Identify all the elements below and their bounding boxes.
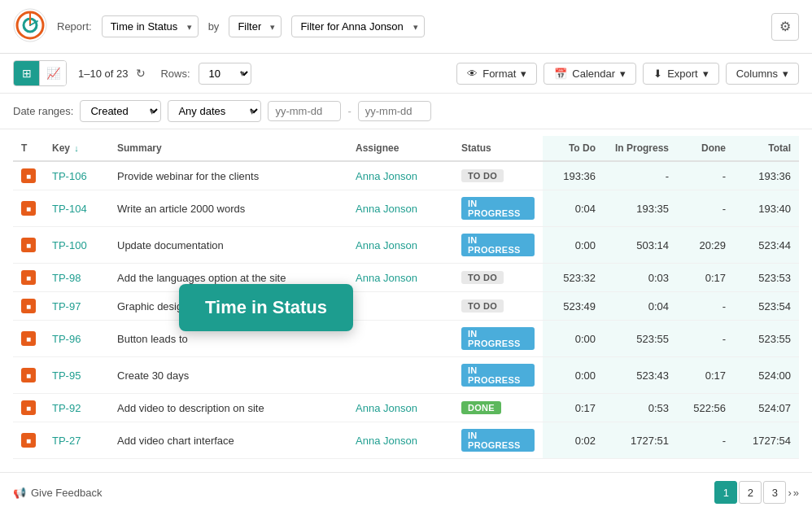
grid-icon: ⊞	[22, 67, 32, 80]
table-header-row: T Key ↓ Summary Assignee Status To Do In…	[13, 136, 799, 161]
issue-key-link[interactable]: TP-92	[52, 402, 81, 414]
row-assignee-cell: Anna Jonson	[347, 190, 453, 227]
issue-key-link[interactable]: TP-104	[52, 203, 87, 215]
format-chevron-icon: ▾	[521, 68, 526, 80]
status-badge: TO DO	[461, 299, 504, 313]
filter-for-select-wrapper[interactable]: Filter for Anna Jonson	[291, 15, 425, 37]
row-summary-cell: Write an article 2000 words	[109, 190, 347, 227]
calendar-button[interactable]: 📅 Calendar ▾	[544, 63, 636, 85]
row-key-cell: TP-96	[44, 321, 109, 357]
row-assignee-cell: Anna Jonson	[347, 264, 453, 292]
issues-table: T Key ↓ Summary Assignee Status To Do In…	[13, 136, 799, 459]
report-select-wrapper[interactable]: Time in Status	[102, 15, 199, 37]
row-type-cell: ■	[13, 264, 44, 292]
table-row: ■ TP-92 Add video to description on site…	[13, 394, 799, 422]
assignee-link[interactable]: Anna Jonson	[356, 203, 417, 215]
report-label: Report:	[57, 20, 92, 33]
assignee-link[interactable]: Anna Jonson	[356, 272, 417, 284]
pagination-info: 1–10 of 23	[78, 68, 128, 80]
download-icon: ⬇	[653, 68, 662, 80]
format-button[interactable]: 👁 Format ▾	[456, 63, 537, 85]
row-assignee-cell: Anna Jonson	[347, 227, 453, 264]
type-icon: ■	[21, 368, 36, 382]
grid-view-button[interactable]: ⊞	[14, 61, 40, 85]
status-badge: IN PROGRESS	[461, 327, 535, 350]
row-done-cell: 0:17	[677, 264, 734, 292]
chart-view-button[interactable]: 📈	[40, 61, 66, 85]
issue-key-link[interactable]: TP-98	[52, 272, 81, 284]
status-badge: IN PROGRESS	[461, 429, 535, 452]
issue-key-link[interactable]: TP-106	[52, 170, 87, 182]
row-todo-cell: 0:00	[543, 321, 604, 357]
row-total-cell: 523:55	[734, 321, 799, 357]
col-header-inprogress: In Progress	[604, 136, 677, 161]
columns-button[interactable]: Columns ▾	[726, 63, 799, 85]
settings-button[interactable]: ⚙	[771, 13, 799, 41]
row-status-cell: IN PROGRESS	[453, 190, 543, 227]
export-chevron-icon: ▾	[703, 68, 709, 80]
export-label: Export	[667, 68, 698, 80]
filter-select-wrapper[interactable]: Filter	[229, 15, 282, 37]
table-row: ■ TP-27 Add video chart interface Anna J…	[13, 422, 799, 459]
page-last-button[interactable]: »	[793, 487, 799, 499]
report-select[interactable]: Time in Status	[102, 15, 199, 37]
assignee-link[interactable]: Anna Jonson	[356, 170, 417, 182]
date-to-input[interactable]	[358, 101, 431, 121]
col-header-total: Total	[734, 136, 799, 161]
date-field-select[interactable]: Created Updated	[80, 100, 161, 122]
status-badge: IN PROGRESS	[461, 197, 535, 220]
row-status-cell: TO DO	[453, 161, 543, 190]
row-type-cell: ■	[13, 394, 44, 422]
rows-select-wrapper[interactable]: 10 5 20 50	[199, 63, 251, 85]
issue-key-link[interactable]: TP-97	[52, 300, 81, 313]
type-icon: ■	[21, 168, 36, 183]
page-2-button[interactable]: 2	[739, 481, 762, 504]
row-total-cell: 193:36	[734, 161, 799, 190]
page-3-button[interactable]: 3	[763, 481, 786, 504]
page-next-button[interactable]: ›	[788, 487, 791, 499]
assignee-link[interactable]: Anna Jonson	[356, 402, 417, 414]
row-inprogress-cell: -	[604, 161, 677, 190]
issue-key-link[interactable]: TP-96	[52, 333, 81, 345]
issue-key-link[interactable]: TP-100	[52, 239, 87, 251]
row-summary-cell: Provide webinar for the clients	[109, 161, 347, 190]
table-container: T Key ↓ Summary Assignee Status To Do In…	[0, 129, 812, 472]
row-type-cell: ■	[13, 357, 44, 394]
type-icon: ■	[21, 331, 36, 346]
issue-key-link[interactable]: TP-27	[52, 435, 81, 447]
filter-for-select[interactable]: Filter for Anna Jonson	[291, 15, 425, 37]
toolbar-right: 👁 Format ▾ 📅 Calendar ▾ ⬇ Export ▾ Colum…	[456, 63, 799, 85]
filter-select[interactable]: Filter	[229, 15, 282, 37]
type-icon: ■	[21, 270, 36, 285]
issue-key-link[interactable]: TP-95	[52, 369, 81, 382]
row-done-cell: -	[677, 422, 734, 459]
any-dates-select-wrapper[interactable]: Any dates Today This week This month	[168, 100, 261, 122]
row-todo-cell: 193:36	[543, 161, 604, 190]
row-assignee-cell: Anna Jonson	[347, 161, 453, 190]
col-header-status: Status	[453, 136, 543, 161]
app-footer: 📢 Give Feedback 1 2 3 › »	[0, 472, 812, 507]
export-button[interactable]: ⬇ Export ▾	[643, 63, 719, 85]
megaphone-icon: 📢	[13, 487, 26, 499]
type-icon: ■	[21, 400, 36, 415]
page-1-button[interactable]: 1	[714, 481, 737, 504]
rows-select[interactable]: 10 5 20 50	[199, 63, 251, 85]
date-from-input[interactable]	[268, 101, 341, 121]
row-todo-cell: 523:49	[543, 292, 604, 321]
app-header: Report: Time in Status by Filter Filter …	[0, 0, 812, 54]
feedback-button[interactable]: 📢 Give Feedback	[13, 487, 102, 499]
row-total-cell: 524:07	[734, 394, 799, 422]
col-header-key[interactable]: Key ↓	[44, 136, 109, 161]
assignee-link[interactable]: Anna Jonson	[356, 435, 417, 447]
filter-bar: Date ranges: Created Updated Any dates T…	[0, 94, 812, 129]
rows-label: Rows:	[160, 68, 190, 80]
any-dates-select[interactable]: Any dates Today This week This month	[168, 100, 261, 122]
date-field-select-wrapper[interactable]: Created Updated	[80, 100, 161, 122]
main-content: T Key ↓ Summary Assignee Status To Do In…	[0, 129, 812, 472]
gear-icon: ⚙	[779, 19, 791, 34]
assignee-link[interactable]: Anna Jonson	[356, 239, 417, 251]
row-inprogress-cell: 0:03	[604, 264, 677, 292]
row-type-cell: ■	[13, 292, 44, 321]
row-key-cell: TP-27	[44, 422, 109, 459]
refresh-button[interactable]: ↻	[136, 67, 146, 80]
